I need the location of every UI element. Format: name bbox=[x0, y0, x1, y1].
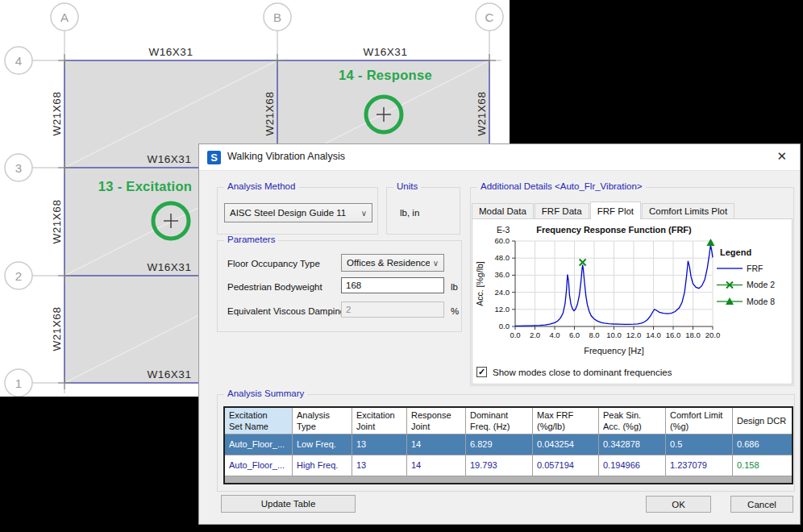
joint-annotation-label: 14 - Response bbox=[339, 68, 432, 82]
beam-section-label: W21X68 bbox=[51, 92, 63, 136]
beam-section-label: W21X68 bbox=[51, 307, 63, 351]
legend-item-label: Mode 8 bbox=[747, 297, 775, 306]
summary-cell: 0.043254 bbox=[533, 434, 599, 455]
summary-cell: Auto_Floor_... bbox=[225, 455, 293, 476]
beam-section-label: W16X31 bbox=[364, 46, 408, 58]
pedestrian-bodyweight-label: Pedestrian Bodyweight bbox=[227, 282, 322, 292]
analysis-method-value: AISC Steel Design Guide 11 bbox=[230, 208, 358, 218]
y-tick-label: 0.0 bbox=[499, 322, 510, 330]
summary-table-row[interactable]: Auto_Floor_...Low Freq.13146.8290.043254… bbox=[225, 434, 792, 455]
summary-cell: 13 bbox=[352, 434, 407, 455]
y-tick-label: 60.0 bbox=[495, 236, 510, 245]
summary-header-cell[interactable]: Max FRF (%g/lb) bbox=[533, 408, 599, 434]
beam-section-label: W21X68 bbox=[476, 92, 488, 136]
legend-title: Legend bbox=[720, 247, 751, 257]
tab-frf-plot[interactable]: FRF Plot bbox=[590, 202, 641, 219]
summary-cell: 0.057194 bbox=[533, 455, 599, 476]
x-axis-label: Frequency [Hz] bbox=[584, 346, 644, 355]
mode-marker bbox=[706, 239, 714, 246]
x-tick-label: 2.0 bbox=[530, 330, 540, 339]
beam-section-label: W16X31 bbox=[149, 46, 193, 58]
x-tick-label: 0.0 bbox=[510, 330, 520, 339]
x-tick-label: 16.0 bbox=[666, 330, 681, 339]
x-tick-label: 14.0 bbox=[646, 330, 661, 339]
walking-vibration-analysis-dialog: S Walking Vibration Analysis ✕ Analysis … bbox=[198, 143, 801, 525]
grid-bubble-label: 4 bbox=[15, 54, 22, 68]
summary-cell: High Freq. bbox=[293, 455, 352, 476]
analysis-method-group: Analysis Method AISC Steel Design Guide … bbox=[217, 187, 378, 235]
legend-item-label: FRF bbox=[747, 264, 763, 273]
y-axis-label: Acc. [%g/lb] bbox=[475, 261, 485, 306]
x-tick-label: 12.0 bbox=[626, 330, 642, 339]
analysis-method-group-label: Analysis Method bbox=[224, 181, 298, 191]
tab-comfort-limits-plot[interactable]: Comfort Limits Plot bbox=[642, 203, 734, 219]
additional-details-group-label: Additional Details <Auto_Flr_Vibration> bbox=[477, 181, 646, 191]
summary-header-cell[interactable]: Excitation Set Name bbox=[225, 408, 293, 434]
x-tick-label: 4.0 bbox=[549, 330, 560, 339]
frf-plot-tab-panel: 0.02.04.06.08.010.012.014.016.018.020.00… bbox=[472, 218, 793, 384]
beam-section-label: W16X31 bbox=[148, 261, 192, 273]
summary-cell: 0.194966 bbox=[599, 455, 666, 476]
parameters-group-label: Parameters bbox=[224, 235, 278, 244]
summary-cell: 6.829 bbox=[466, 434, 533, 455]
grid-bubble-label: 3 bbox=[15, 161, 22, 175]
units-value: lb, in bbox=[400, 208, 419, 218]
joint-annotation-label: 13 - Excitation bbox=[98, 179, 192, 193]
floor-occupancy-select[interactable]: Offices & Residences ∨ bbox=[341, 254, 444, 272]
dialog-titlebar[interactable]: S Walking Vibration Analysis ✕ bbox=[199, 144, 800, 171]
summary-cell: Low Freq. bbox=[293, 434, 352, 455]
summary-header-cell[interactable]: Response Joint bbox=[407, 408, 466, 434]
analysis-method-select[interactable]: AISC Steel Design Guide 11 ∨ bbox=[224, 203, 372, 222]
show-modes-checkbox[interactable]: ✓ bbox=[476, 367, 487, 377]
grid-bubble-label: 2 bbox=[15, 269, 22, 283]
chevron-down-icon: ∨ bbox=[433, 259, 439, 268]
summary-header-cell[interactable]: Design DCR bbox=[733, 408, 792, 434]
ok-button[interactable]: OK bbox=[646, 496, 711, 513]
y-tick-label: 36.0 bbox=[495, 270, 510, 279]
summary-header-cell[interactable]: Analysis Type bbox=[293, 408, 352, 434]
legend-item-label: Mode 2 bbox=[747, 280, 775, 289]
tab-frf-data[interactable]: FRF Data bbox=[535, 203, 589, 219]
pedestrian-bodyweight-unit: lb bbox=[451, 282, 458, 292]
units-group: Units lb, in bbox=[386, 187, 460, 235]
analysis-summary-group-label: Analysis Summary bbox=[224, 389, 307, 398]
summary-header-cell[interactable]: Excitation Joint bbox=[352, 408, 407, 434]
summary-header-cell[interactable]: Dominant Freq. (Hz) bbox=[466, 408, 533, 434]
dialog-title: Walking Vibration Analysis bbox=[227, 151, 345, 162]
tab-modal-data[interactable]: Modal Data bbox=[472, 203, 534, 219]
y-tick-label: 12.0 bbox=[495, 305, 510, 314]
summary-cell: 14 bbox=[407, 455, 466, 476]
summary-cell: 0.686 bbox=[733, 434, 792, 455]
beam-section-label: W16X31 bbox=[148, 153, 192, 165]
x-tick-label: 8.0 bbox=[589, 330, 599, 339]
summary-cell: 14 bbox=[407, 434, 466, 455]
summary-table-row[interactable]: Auto_Floor_...High Freq.131419.7930.0571… bbox=[225, 455, 792, 476]
summary-cell: 19.793 bbox=[466, 455, 533, 476]
floor-occupancy-value: Offices & Residences bbox=[347, 258, 430, 268]
close-icon[interactable]: ✕ bbox=[776, 149, 787, 164]
chart-title: Frequency Response Function (FRF) bbox=[536, 225, 692, 235]
summary-cell: 1.237079 bbox=[666, 455, 733, 476]
summary-header-cell[interactable]: Comfort Limit (%g) bbox=[666, 408, 733, 434]
cancel-button[interactable]: Cancel bbox=[730, 496, 793, 513]
update-table-button[interactable]: Update Table bbox=[221, 495, 356, 513]
floor-occupancy-label: Floor Occupancy Type bbox=[227, 259, 320, 268]
beam-section-label: W16X31 bbox=[148, 368, 192, 380]
frf-chart: 0.02.04.06.08.010.012.014.016.018.020.00… bbox=[472, 220, 792, 364]
grid-bubble-label: C bbox=[485, 10, 494, 24]
analysis-summary-table: Excitation Set NameAnalysis TypeExcitati… bbox=[223, 406, 793, 484]
show-modes-checkbox-label: Show modes close to dominant frequencies bbox=[493, 368, 672, 377]
grid-bubble-label: 1 bbox=[15, 376, 22, 390]
units-group-label: Units bbox=[393, 181, 421, 191]
beam-section-label: W21X68 bbox=[51, 200, 63, 244]
summary-cell: 13 bbox=[352, 455, 407, 476]
x-tick-label: 20.0 bbox=[705, 330, 721, 339]
summary-header-row: Excitation Set NameAnalysis TypeExcitati… bbox=[225, 408, 792, 434]
y-tick-label: 48.0 bbox=[495, 253, 510, 262]
show-modes-checkbox-row: ✓ Show modes close to dominant frequenci… bbox=[476, 367, 672, 377]
pedestrian-bodyweight-input[interactable]: 168 bbox=[341, 277, 444, 293]
chevron-down-icon: ∨ bbox=[361, 209, 367, 218]
summary-header-cell[interactable]: Peak Sin. Acc. (%g) bbox=[599, 408, 666, 434]
viscous-damping-unit: % bbox=[451, 306, 459, 316]
parameters-group: Parameters Floor Occupancy Type Offices … bbox=[217, 240, 462, 332]
